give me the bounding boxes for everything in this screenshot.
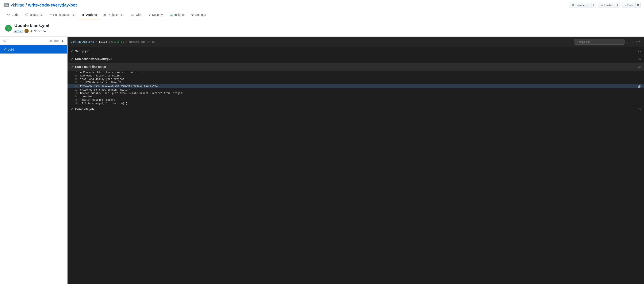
log-section-title-run-checkout: ✓Run actions/checkout@v1 (71, 57, 112, 61)
log-line: 25[master cc66453] update! (68, 98, 644, 102)
unstar-button[interactable]: ★ Unstar (598, 2, 615, 8)
log-lines-run-script: 1▶ Run echo Add other actions to build,1… (68, 71, 644, 105)
sidebar-section-header: CI on: push ▲ (0, 37, 67, 45)
projects-icon: ▦ (104, 13, 106, 16)
tab-settings[interactable]: ⚙ Settings (188, 10, 209, 19)
unwatch-group: 👁 Unwatch ▾ 1 (569, 2, 596, 8)
header-actions: 👁 Unwatch ▾ 1 ★ Unstar 1 ⑂ Fork 0 (569, 2, 640, 8)
section-time: 2s (638, 50, 640, 53)
section-check-icon: ✓ (71, 49, 74, 53)
log-section-run-checkout: ✓Run actions/checkout@v13s (68, 55, 644, 63)
tab-projects[interactable]: ▦ Projects 0 (100, 10, 128, 19)
search-logs-input[interactable] (574, 39, 625, 45)
log-sections: ✓Set up job2s✓Run actions/checkout@v13s✓… (68, 47, 644, 113)
pr-icon: ⑂ (50, 13, 52, 16)
sidebar-item-check-icon: ✓ (4, 47, 6, 51)
workflow-info: Update blank.yml master ◆ 96aecf4 (14, 23, 639, 33)
log-line-copy-link-icon[interactable]: 🔗 (635, 85, 644, 88)
repo-name-link[interactable]: write-code-everyday-bot (28, 3, 77, 7)
unstar-label: Unstar (604, 3, 612, 7)
prev-result-button[interactable]: ‹ (626, 39, 629, 45)
sidebar-section-meta: on: push (50, 39, 59, 42)
log-line-number: 20 (68, 81, 80, 84)
tab-settings-label: Settings (195, 13, 206, 16)
log-line-content: * master (80, 95, 644, 98)
next-result-button[interactable]: › (631, 39, 634, 45)
log-section-header-set-up-job[interactable]: ✓Set up job2s (68, 47, 644, 55)
log-line-content: test, and deploy your project. (80, 78, 644, 81)
tab-wiki-label: Wiki (136, 13, 141, 16)
current-job-label: build (99, 40, 107, 44)
section-time: 3s (638, 57, 640, 60)
tab-actions[interactable]: ▶ Actions (79, 10, 100, 19)
breadcrumb-workflow-link[interactable]: GitHub Actions (71, 40, 94, 44)
log-section-complete-job: ✓Complete job0s (68, 105, 644, 113)
tab-security[interactable]: 🛡 Security (144, 10, 166, 19)
unwatch-button[interactable]: 👁 Unwatch ▾ (569, 2, 592, 8)
section-title-text: Set up job (75, 49, 90, 53)
log-section-run-script: ✓Run a multi-line script0s1▶ Run echo Ad… (68, 63, 644, 105)
log-line-number: 23 (68, 92, 80, 95)
unwatch-count[interactable]: 1 (592, 2, 596, 8)
code-icon: <> (7, 13, 10, 16)
fork-count[interactable]: 0 (636, 2, 640, 8)
log-line-number: 25 (68, 99, 80, 102)
log-line-content: Branch 'master' set up to track remote b… (80, 92, 644, 95)
unstar-count[interactable]: 1 (615, 2, 620, 8)
commit-hash: 96aecf4 (34, 29, 46, 33)
tab-code[interactable]: <> Code (4, 10, 22, 19)
tab-pull-requests[interactable]: ⑂ Pull requests 0 (47, 10, 79, 19)
log-line: 23Branch 'master' set up to track remote… (68, 92, 644, 95)
tab-wiki[interactable]: 📖 Wiki (127, 10, 144, 19)
log-section-title-complete-job: ✓Complete job (71, 108, 94, 111)
workflow-meta: master ◆ 96aecf4 (14, 29, 639, 33)
log-panel-header: GitHub Actions / build successful 1 minu… (68, 37, 644, 47)
log-panel-controls: ‹ › ••• (574, 39, 640, 45)
fork-label: Fork (627, 3, 633, 7)
workflow-title: Update blank.yml (14, 23, 639, 28)
log-line-content: 1 file changed, 1 insertion(+) (80, 102, 644, 105)
log-line: 1▶ Run echo Add other actions to build, (68, 71, 644, 74)
log-line-number: 22 (68, 89, 80, 91)
section-time: 0s (638, 65, 640, 68)
repo-icon: ⌨ (4, 2, 10, 7)
log-line-number: 21 (68, 85, 80, 87)
log-line-content: Switched to a new branch 'master' (80, 89, 644, 91)
log-section-header-run-checkout[interactable]: ✓Run actions/checkout@v13s (68, 55, 644, 63)
fork-button[interactable]: ⑂ Fork (622, 2, 636, 8)
settings-icon: ⚙ (191, 13, 194, 16)
log-line-content: Previous HEAD position was 96aecf4 Updat… (80, 85, 635, 87)
log-section-header-run-script[interactable]: ✓Run a multi-line script0s (68, 63, 644, 71)
issue-icon: ⓘ (25, 13, 28, 17)
sidebar: CI on: push ▲ ✓ build (0, 37, 68, 284)
fork-icon: ⑂ (624, 3, 626, 7)
log-line: 24* master (68, 95, 644, 98)
repo-owner-link[interactable]: ykhirao (11, 3, 24, 7)
tab-code-label: Code (12, 13, 18, 16)
log-line-content: [master cc66453] update! (80, 99, 644, 102)
log-line-content: ▶ Run echo Add other actions to build, (80, 71, 644, 74)
pr-badge: 0 (72, 13, 76, 16)
section-check-icon: ✓ (71, 108, 74, 111)
tab-insights[interactable]: 📊 Insights (166, 10, 188, 19)
issues-badge: 0 (39, 13, 44, 16)
sidebar-item-build[interactable]: ✓ build (0, 45, 67, 53)
log-line: 19test, and deploy your project. (68, 78, 644, 81)
more-options-button[interactable]: ••• (635, 39, 640, 45)
log-line-number: 19 (68, 78, 80, 81)
section-title-text: Run actions/checkout@v1 (75, 57, 112, 61)
log-section-title-run-script: ✓Run a multi-line script (71, 65, 106, 68)
repo-title: ⌨ ykhirao / write-code-everyday-bot (4, 2, 77, 7)
nav-tabs: <> Code ⓘ Issues 0 ⑂ Pull requests 0 ▶ A… (0, 10, 644, 20)
commit-avatar (24, 29, 29, 33)
tab-issues[interactable]: ⓘ Issues 0 (22, 10, 47, 20)
unwatch-label: Unwatch (576, 3, 586, 7)
log-line-content: * (HEAD detached at 96aecf4) (80, 81, 644, 84)
three-dots-icon: ••• (636, 40, 640, 44)
status-check-icon: ✓ (5, 25, 12, 32)
log-section-header-complete-job[interactable]: ✓Complete job0s (68, 105, 644, 113)
actions-icon: ▶ (82, 13, 85, 16)
sidebar-collapse-icon[interactable]: ▲ (61, 39, 64, 43)
branch-link[interactable]: master (14, 29, 23, 33)
sidebar-section-title: CI (4, 39, 6, 43)
